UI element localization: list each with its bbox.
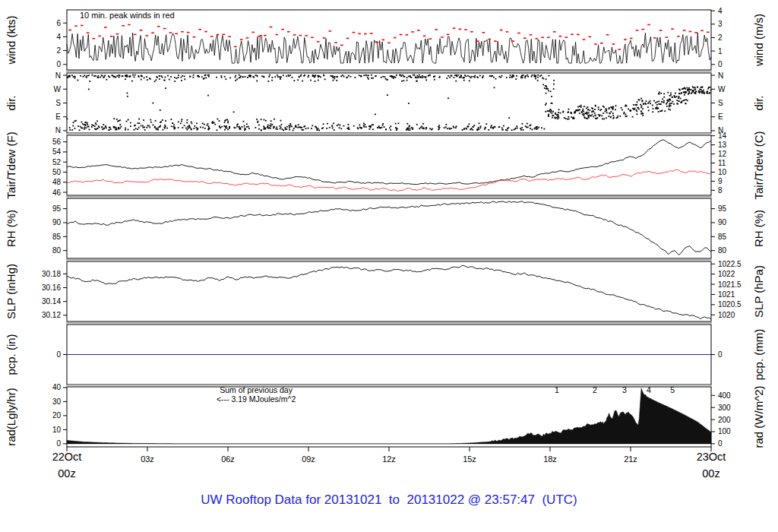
series-wind_direction-pt [221,126,223,128]
series-wind_direction-pt [244,125,245,127]
series-wind_direction-pt [612,107,614,109]
left-tick-label-dir: E [55,112,61,121]
series-wind_direction-pt [144,78,145,79]
series-wind_direction-pt [157,128,159,129]
series-wind_direction-pt [293,130,294,131]
series-wind_direction-pt [547,110,549,112]
right-axis-title-rh: RH (%) [752,210,765,247]
series-peak_wind_10min-dot [541,36,544,38]
series-wind_direction-pt [144,127,145,128]
series-wind_direction-pt [248,128,250,129]
series-wind_direction-pt [584,117,586,119]
x-axis-tick-label: 12z [382,454,396,464]
series-wind_direction-pt [587,115,589,116]
series-wind_direction-pt [409,129,410,131]
series-wind_direction-pt [295,125,296,127]
series-wind_direction-pt [687,90,688,91]
series-wind_direction-pt [246,126,248,128]
series-peak_wind_10min-dot [305,35,308,36]
series-wind_direction-pt [267,125,269,126]
series-wind_direction-pt [276,126,277,128]
series-wind_direction-pt [445,124,447,125]
left-tick-label-wind: 6 [56,19,61,27]
series-wind_direction-pt [480,127,482,128]
series-wind_direction-pt [160,109,161,111]
series-wind_direction-pt [495,78,497,80]
series-peak_wind_10min-dot [317,41,320,43]
series-wind_direction-pt [235,127,236,128]
series-wind_direction-pt [425,127,427,128]
series-wind_direction-pt [88,89,90,90]
series-wind_direction-pt [182,75,183,77]
series-wind_direction-pt [526,126,527,128]
series-wind_direction-pt [178,121,179,122]
series-wind_direction-pt [403,80,405,81]
series-wind_direction-pt [454,127,455,128]
series-wind_direction-pt [225,78,226,80]
series-wind_direction-pt [639,100,640,101]
series-wind_direction-pt [225,119,226,121]
right-axis-title-pcp: pcp. (mm) [752,329,765,381]
series-wind_direction-pt [488,129,489,131]
series-wind_direction-pt [621,107,622,109]
series-wind_direction-pt [337,124,339,125]
series-wind_direction-pt [572,117,574,119]
series-wind_direction-pt [381,127,383,128]
series-wind_direction-pt [311,128,312,129]
series-wind_direction-pt [641,105,643,106]
right-axis-title-wind: wind (m/s) [752,14,765,67]
series-peak_wind_10min-dot [577,34,580,36]
series-wind_direction-pt [500,77,501,78]
series-wind_direction-pt [655,102,656,103]
series-peak_wind_10min-dot [387,43,391,44]
series-wind_direction-pt [308,74,309,76]
series-wind_direction-pt [533,74,535,76]
series-wind_direction-pt [474,75,476,77]
series-wind_direction-pt [134,125,135,126]
series-wind_direction-pt [239,78,240,79]
series-wind_direction-pt [534,76,536,78]
series-peak_wind_10min-dot [547,36,550,38]
series-wind_direction-pt [258,121,259,122]
series-wind_direction-pt [438,125,440,126]
series-wind_direction-pt [284,127,286,128]
series-peak_wind_10min-dot [323,37,326,39]
series-wind_direction-pt [449,77,451,78]
series-wind_direction-pt [196,127,198,128]
series-wind_direction-pt [364,124,365,125]
right-tick-label-wind: 3 [718,20,723,28]
series-wind_direction-pt [414,74,416,76]
series-wind_direction-pt [81,122,83,123]
left-tick-label-wind: 4 [56,33,61,41]
series-wind_direction-pt [595,118,596,119]
series-peak_wind_10min-dot [370,33,373,34]
series-wind_direction-pt [119,128,121,129]
series-wind_direction-pt [379,127,381,128]
series-wind_direction-pt [285,128,286,130]
x-axis-tick-label: 21z [624,454,637,464]
series-wind_direction-pt [267,126,268,128]
series-wind_direction-pt [612,115,614,116]
series-wind_direction-pt [271,80,273,81]
series-wind_direction-pt [84,127,85,128]
right-tick-label-temp: 13 [718,141,727,149]
series-wind_direction-pt [599,116,600,117]
series-wind_direction-pt [128,129,129,131]
series-wind_direction-pt [368,125,370,127]
left-tick-label-temp: 46 [52,188,62,197]
series-wind_direction-pt [385,78,387,80]
series-wind_direction-pt [240,75,242,77]
series-wind_direction-pt [615,105,617,106]
series-wind_direction-pt [579,109,580,111]
left-tick-label-rad: 30 [52,397,62,406]
series-wind_direction-pt [331,125,333,126]
series-wind_direction-pt [555,118,556,119]
series-wind_direction-pt [539,75,541,77]
series-wind_direction-pt [186,129,188,131]
series-wind_direction-pt [302,129,303,131]
series-wind_direction-pt [110,128,112,130]
series-wind_direction-pt [315,74,316,76]
end-date-label: 23Oct [697,451,726,463]
series-wind_direction-pt [174,81,176,82]
series-wind_direction-pt [576,109,577,111]
